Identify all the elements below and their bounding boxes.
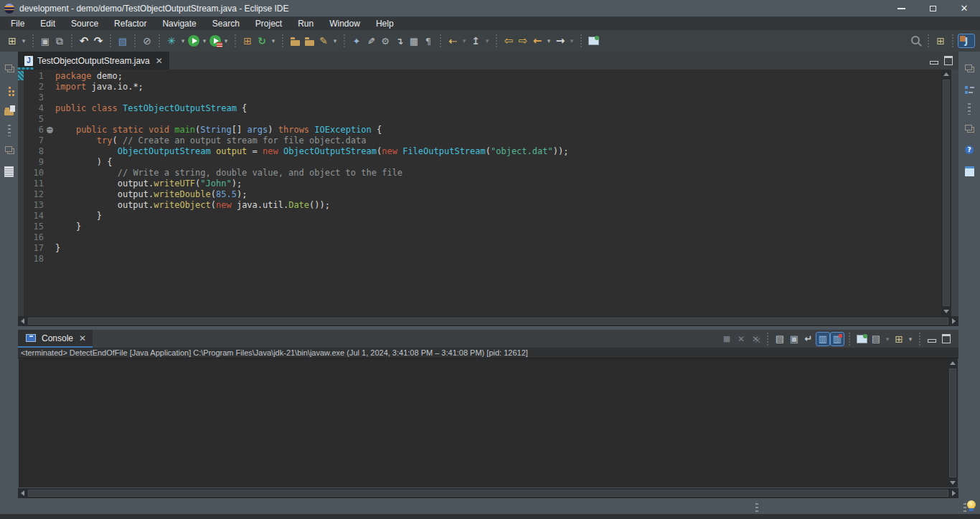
scrollbar-thumb[interactable] <box>28 318 948 325</box>
code-line[interactable]: 14 } <box>24 211 941 222</box>
menu-project[interactable]: Project <box>248 16 290 30</box>
console-window-icon[interactable] <box>963 165 976 178</box>
refresh-icon[interactable] <box>255 34 268 47</box>
menu-navigate[interactable]: Navigate <box>154 16 204 30</box>
dropdown-arrow-icon[interactable] <box>568 34 575 47</box>
min-icon[interactable] <box>925 333 938 346</box>
java-perspective-icon[interactable] <box>958 34 974 47</box>
max-icon[interactable] <box>940 333 953 346</box>
menu-search[interactable]: Search <box>204 16 248 30</box>
prev-edit-icon[interactable] <box>531 34 544 47</box>
dropdown-arrow-icon[interactable] <box>461 34 468 47</box>
menu-source[interactable]: Source <box>63 16 106 30</box>
dropdown-arrow-icon[interactable] <box>331 34 339 47</box>
scrollbar-thumb[interactable] <box>949 368 956 477</box>
dropdown-arrow-icon[interactable] <box>179 34 187 47</box>
drag-handle[interactable] <box>8 125 11 136</box>
code-line[interactable]: 8 ObjectOutputStream output = new Object… <box>24 146 941 157</box>
menu-refactor[interactable]: Refactor <box>106 16 154 30</box>
minimize-editor-icon[interactable] <box>928 54 941 67</box>
lightbulb-icon[interactable] <box>967 500 976 509</box>
new-java-project-icon[interactable] <box>241 34 254 47</box>
code-line[interactable]: 6− public static void main(String[] args… <box>24 125 941 135</box>
open-perspective-icon[interactable] <box>934 34 947 47</box>
forward-icon[interactable] <box>517 34 529 47</box>
close-tab-icon[interactable]: ✕ <box>154 56 163 66</box>
undo-icon[interactable] <box>77 34 90 47</box>
fold-marker-icon[interactable]: − <box>47 127 53 133</box>
terminate-icon[interactable] <box>720 333 733 346</box>
save-all-icon[interactable] <box>53 34 66 47</box>
drag-handle[interactable] <box>755 503 758 513</box>
code-line[interactable]: 1package demo; <box>24 71 941 82</box>
scroll-up-icon[interactable] <box>943 72 949 76</box>
dropdown-arrow-icon[interactable] <box>884 333 891 346</box>
scrollbar-thumb[interactable] <box>943 80 950 306</box>
new-wizard-icon[interactable] <box>6 34 19 47</box>
code-line[interactable]: 10 // Write a string, double value, and … <box>24 168 941 178</box>
dropdown-arrow-icon[interactable] <box>545 34 552 47</box>
close-window-icon[interactable]: ✕ <box>948 0 980 16</box>
menu-run[interactable]: Run <box>290 16 321 30</box>
scroll-left-icon[interactable] <box>21 318 24 324</box>
minimize-window-icon[interactable] <box>885 0 917 16</box>
code-line[interactable]: 2import java.io.*; <box>24 82 941 92</box>
restore-icon[interactable] <box>3 62 16 75</box>
next-annotation-icon[interactable] <box>393 34 406 47</box>
code-line[interactable]: 18 <box>24 254 941 265</box>
back-icon[interactable] <box>502 34 515 47</box>
show-whitespace-icon[interactable] <box>422 34 435 47</box>
annotation-ruler[interactable] <box>18 70 24 316</box>
dropdown-arrow-icon[interactable] <box>222 34 230 47</box>
dropdown-arrow-icon[interactable] <box>270 34 277 47</box>
scroll-up-icon[interactable] <box>950 361 956 365</box>
menu-edit[interactable]: Edit <box>32 16 63 30</box>
externalize-icon[interactable] <box>379 34 392 47</box>
format-brush-icon[interactable] <box>364 34 377 47</box>
editor-horizontal-scrollbar[interactable] <box>18 316 958 326</box>
show-stdout-icon[interactable] <box>816 333 829 346</box>
console-tab[interactable]: Console ✕ <box>18 330 93 348</box>
code-line[interactable]: 13 output.writeObject(new java.util.Date… <box>24 200 941 211</box>
scrollbar-thumb[interactable] <box>28 490 948 497</box>
scroll-lock-icon[interactable] <box>788 333 801 346</box>
code-line[interactable]: 3 <box>24 92 941 103</box>
code-line[interactable]: 5 <box>24 114 941 125</box>
skip-breakpoints-icon[interactable] <box>141 34 154 47</box>
open-console-icon[interactable] <box>892 333 905 346</box>
last-edit-icon[interactable] <box>446 34 459 47</box>
console-vertical-scrollbar[interactable] <box>948 358 958 487</box>
restore-icon[interactable] <box>963 62 976 75</box>
pin-console-icon[interactable] <box>855 333 868 346</box>
word-wrap-icon[interactable] <box>802 333 815 346</box>
debug-icon[interactable] <box>165 34 178 47</box>
menu-file[interactable]: File <box>3 16 32 30</box>
menu-window[interactable]: Window <box>321 16 368 30</box>
clear-icon[interactable] <box>773 333 786 346</box>
code-line[interactable]: 9 ) { <box>24 157 941 168</box>
package-explorer-icon[interactable] <box>3 105 16 118</box>
editor-tab[interactable]: J TestObjectOutputStream.java ✕ <box>18 52 169 70</box>
remove-all-icon[interactable] <box>749 333 762 346</box>
open-console-view-icon[interactable] <box>116 34 129 47</box>
drag-handle[interactable] <box>968 103 971 115</box>
maximize-editor-icon[interactable] <box>942 54 955 67</box>
scroll-down-icon[interactable] <box>943 310 949 313</box>
folder-open-icon[interactable] <box>303 34 316 47</box>
dropdown-arrow-icon[interactable] <box>907 333 914 346</box>
coverage-icon[interactable] <box>209 35 221 47</box>
scroll-right-icon[interactable] <box>952 318 956 324</box>
dropdown-arrow-icon[interactable] <box>20 34 27 47</box>
run-icon[interactable] <box>188 35 199 47</box>
menu-help[interactable]: Help <box>368 16 402 30</box>
highlighter-icon[interactable] <box>317 34 330 47</box>
go-into-icon[interactable] <box>469 34 482 47</box>
doc-view-icon[interactable] <box>3 165 16 178</box>
code-line[interactable]: 7 try( // Create an output stream for fi… <box>24 135 941 146</box>
project-explorer-icon[interactable] <box>3 83 16 96</box>
restore-window-icon[interactable] <box>917 0 948 16</box>
next-edit-icon[interactable] <box>554 34 567 47</box>
scroll-right-icon[interactable] <box>952 490 956 496</box>
code-line[interactable]: 16 <box>24 232 941 243</box>
show-stderr-icon[interactable] <box>831 333 844 346</box>
